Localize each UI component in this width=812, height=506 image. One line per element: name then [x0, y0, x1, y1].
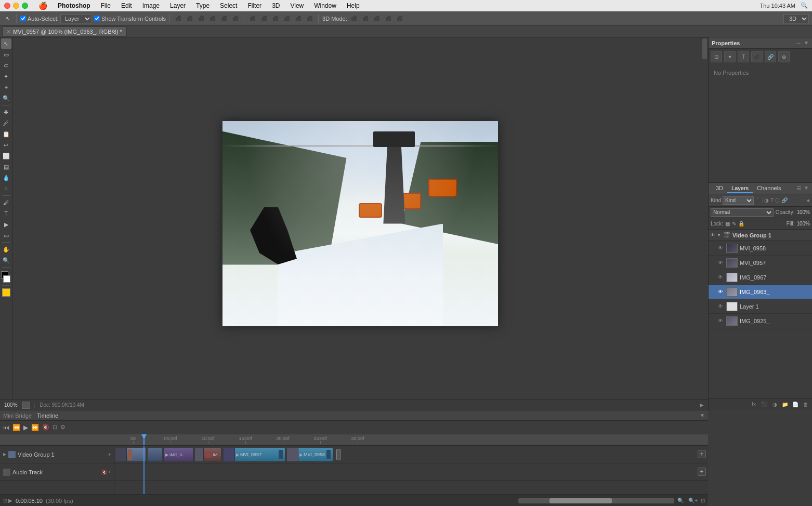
- audio-add-btn[interactable]: +: [108, 470, 111, 475]
- clip-img-0[interactable]: ▶ IMG_0...: [164, 448, 193, 461]
- foreground-yellow-swatch[interactable]: [2, 288, 10, 297]
- layer-img-0963[interactable]: 👁 IMG_0963_: [709, 285, 812, 299]
- move-tool[interactable]: ↖: [1, 38, 11, 49]
- distribute-left-btn[interactable]: ⬛: [248, 14, 257, 23]
- type-menu[interactable]: Type: [194, 2, 212, 9]
- eraser-tool[interactable]: ⬜: [1, 151, 11, 161]
- timeline-scrollbar-thumb[interactable]: [549, 498, 612, 503]
- clip-2[interactable]: [148, 448, 162, 461]
- align-top-btn[interactable]: ⬛: [174, 14, 183, 23]
- clip-1[interactable]: [115, 448, 146, 461]
- mute-audio-btn[interactable]: 🔇: [42, 424, 49, 431]
- timeline-forward-btn[interactable]: ▶: [700, 402, 704, 408]
- tab-channels[interactable]: Channels: [753, 184, 785, 193]
- distribute-vcenter-btn[interactable]: ⬛: [294, 14, 303, 23]
- layer-vis-layer-1[interactable]: 👁: [717, 303, 724, 310]
- layer-vis-img-0925[interactable]: 👁: [717, 317, 724, 325]
- apple-menu[interactable]: 🍎: [38, 2, 47, 10]
- zoom-tool[interactable]: 🔍: [1, 255, 11, 265]
- menubar-search-icon[interactable]: 🔍: [801, 2, 808, 9]
- prop-icon-2[interactable]: ✦: [724, 51, 736, 62]
- play-btn[interactable]: ▶: [23, 424, 28, 431]
- lock-all-btn[interactable]: 🔒: [738, 221, 744, 227]
- dodge-tool[interactable]: ○: [1, 183, 11, 194]
- add-adjustment-btn[interactable]: ◑: [770, 401, 779, 409]
- show-transform-check[interactable]: Show Transform Controls: [94, 16, 166, 22]
- layers-panel-menu-icon[interactable]: ☰: [796, 185, 802, 192]
- add-clip-btn[interactable]: +: [698, 450, 706, 458]
- lock-position-btn[interactable]: ✎: [732, 221, 736, 227]
- track-add-media-btn[interactable]: +: [108, 452, 111, 457]
- quick-select-tool[interactable]: ✦: [1, 71, 11, 82]
- document-tab-active[interactable]: ✕ MVI_0957 @ 100% (IMG_0963_, RGB/8) *: [2, 26, 127, 37]
- history-brush-tool[interactable]: ↩: [1, 140, 11, 150]
- prop-icon-6[interactable]: ⊕: [778, 51, 790, 62]
- prop-icon-1[interactable]: ⊡: [711, 51, 722, 62]
- properties-panel-icon1[interactable]: ↔: [796, 40, 802, 46]
- fill-value[interactable]: 100%: [796, 221, 810, 227]
- layer-vis-mvi-0958[interactable]: 👁: [717, 245, 724, 252]
- 3d-mode5-btn[interactable]: ⬛: [395, 14, 404, 23]
- prop-icon-3[interactable]: T: [738, 51, 749, 62]
- 3d-menu[interactable]: 3D: [270, 2, 282, 9]
- tab-3d[interactable]: 3D: [712, 184, 727, 193]
- distribute-right-btn[interactable]: ⬛: [271, 14, 280, 23]
- blend-mode-dropdown[interactable]: Normal Dissolve Multiply Screen Overlay: [711, 208, 774, 217]
- timeline-scrollbar[interactable]: [518, 498, 674, 503]
- filter-shape-icon[interactable]: ⬡: [775, 197, 780, 203]
- auto-select-check[interactable]: Auto-Select: Layer Group: [20, 14, 92, 23]
- auto-select-checkbox[interactable]: [20, 16, 26, 21]
- maximize-button[interactable]: [22, 3, 28, 9]
- go-to-first-frame-btn[interactable]: ⏮: [3, 424, 9, 431]
- add-mask-btn[interactable]: ⬛: [760, 401, 768, 409]
- clip-mvi-0957[interactable]: ▶ MVI_0957: [224, 448, 285, 461]
- align-left-btn[interactable]: ⬛: [208, 14, 217, 23]
- distribute-top-btn[interactable]: ⬛: [282, 14, 292, 23]
- layer-img-0967[interactable]: 👁 IMG_0967: [709, 270, 812, 285]
- pen-tool[interactable]: 🖉: [1, 197, 11, 208]
- filter-adjustment-icon[interactable]: ◑: [764, 197, 769, 203]
- tl-extra-btn[interactable]: ⊡: [701, 498, 705, 503]
- filter-menu[interactable]: Filter: [245, 2, 264, 9]
- render-btn[interactable]: ⊡: [53, 424, 57, 431]
- clip-mvi-0958[interactable]: ▶ MVI_0958: [287, 448, 333, 461]
- app-name-menu[interactable]: Photoshop: [56, 2, 93, 9]
- delete-layer-btn[interactable]: 🗑: [802, 401, 810, 409]
- layer-vis-mvi-0957[interactable]: 👁: [717, 259, 724, 267]
- window-controls[interactable]: [4, 3, 28, 9]
- marquee-tool[interactable]: ▭: [1, 49, 11, 60]
- gradient-tool[interactable]: ▤: [1, 162, 11, 172]
- view-menu[interactable]: View: [288, 2, 306, 9]
- group-vis-eye-1[interactable]: 👁: [711, 233, 715, 237]
- distribute-hcenter-btn[interactable]: ⬛: [259, 14, 269, 23]
- rectangle-tool[interactable]: ▭: [1, 230, 11, 241]
- 3d-workspace-dropdown[interactable]: 3D: [783, 14, 809, 23]
- canvas-scrollbar-vertical[interactable]: [701, 37, 708, 410]
- filter-type-icon[interactable]: T: [770, 197, 774, 203]
- doc-tab-close-icon[interactable]: ✕: [7, 29, 11, 34]
- text-tool[interactable]: T: [1, 208, 11, 219]
- layer-vis-img-0963[interactable]: 👁: [717, 288, 724, 296]
- layer-menu[interactable]: Layer: [168, 2, 188, 9]
- align-right-btn[interactable]: ⬛: [231, 14, 240, 23]
- step-forward-btn[interactable]: ⏩: [31, 424, 39, 431]
- distribute-bottom-btn[interactable]: ⬛: [305, 14, 315, 23]
- track-controls[interactable]: +: [108, 452, 111, 457]
- 3d-mode-btn[interactable]: ⬛: [349, 14, 359, 23]
- healing-brush-tool[interactable]: ✚: [1, 107, 11, 117]
- new-layer-btn[interactable]: 📄: [791, 401, 800, 409]
- clip-im[interactable]: IM...: [195, 448, 221, 461]
- scrollbar-thumb-vertical[interactable]: [702, 38, 707, 59]
- close-button[interactable]: [4, 3, 10, 9]
- layer-layer-1[interactable]: 👁 Layer 1: [709, 299, 812, 314]
- layer-video-group-1-header[interactable]: 👁 ▼ 🎬 Video Group 1: [709, 230, 812, 241]
- opacity-value[interactable]: 100%: [796, 209, 810, 215]
- layer-mvi-0958[interactable]: 👁 MVI_0958: [709, 241, 812, 256]
- image-menu[interactable]: Image: [140, 2, 162, 9]
- add-audio-clip-btn[interactable]: +: [698, 468, 706, 476]
- track-expand-arrow[interactable]: ▶: [3, 452, 6, 457]
- step-back-btn[interactable]: ⏪: [12, 424, 20, 431]
- minimize-button[interactable]: [13, 3, 19, 9]
- window-menu[interactable]: Window: [312, 2, 338, 9]
- new-group-btn[interactable]: 📁: [781, 401, 789, 409]
